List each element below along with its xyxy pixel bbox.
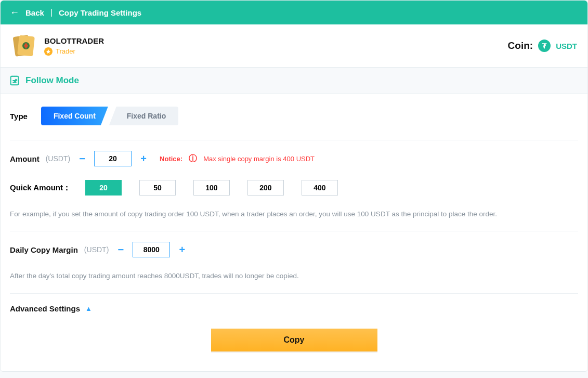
tab-fixed-count[interactable]: Fixed Count [41, 107, 108, 125]
amount-unit: (USDT) [46, 154, 70, 163]
coin-label: Coin: [508, 40, 533, 51]
amount-increment[interactable]: + [138, 153, 149, 164]
amount-decrement[interactable]: − [76, 153, 88, 164]
advanced-settings-label: Advanced Settings [10, 304, 80, 313]
topbar: ← Back | Copy Trading Settings [1, 1, 587, 24]
follow-mode-header: Follow Mode [1, 68, 587, 94]
quick-amount-label: Quick Amount： [10, 183, 71, 193]
quick-amount-row: Quick Amount： 20 50 100 200 400 [10, 180, 578, 195]
follow-mode-title: Follow Mode [25, 75, 79, 86]
quick-amount-100[interactable]: 100 [193, 180, 230, 195]
amount-label: Amount [10, 154, 40, 163]
trader-avatar [11, 33, 37, 59]
divider [10, 293, 578, 294]
daily-margin-row: Daily Copy Margin (USDT) − + [10, 242, 578, 257]
advanced-settings-toggle[interactable]: Advanced Settings ▲ [10, 304, 578, 313]
copy-button[interactable]: Copy [211, 329, 377, 351]
quick-amount-20[interactable]: 20 [85, 180, 122, 195]
back-button[interactable]: Back [25, 8, 44, 17]
daily-decrement[interactable]: − [115, 244, 126, 255]
caret-up-icon: ▲ [85, 305, 92, 312]
page-title: Copy Trading Settings [59, 8, 141, 17]
daily-margin-unit: (USDT) [84, 245, 109, 254]
amount-helper-text: For example, if you set the amount of co… [10, 209, 578, 219]
separator: | [50, 8, 53, 17]
star-icon [44, 47, 53, 56]
quick-amount-50[interactable]: 50 [139, 180, 176, 195]
divider [10, 140, 578, 140]
trader-role: Trader [56, 47, 75, 55]
coin-symbol: USDT [556, 42, 577, 50]
daily-increment[interactable]: + [176, 244, 188, 255]
daily-margin-label: Daily Copy Margin [10, 245, 78, 254]
amount-input[interactable] [94, 151, 132, 166]
daily-margin-input[interactable] [133, 242, 170, 257]
type-label: Type [10, 112, 28, 121]
daily-helper-text: After the day's total copy trading amoun… [10, 271, 578, 281]
trader-header: BOLOTTRADER Trader Coin: ₮ USDT [1, 24, 587, 68]
divider [10, 231, 578, 231]
coin-icon: ₮ [538, 40, 551, 52]
quick-amount-200[interactable]: 200 [247, 180, 284, 195]
notice-label: Notice: [160, 155, 182, 163]
alert-icon: ⓘ [189, 153, 197, 164]
back-arrow-icon[interactable]: ← [10, 7, 19, 18]
follow-mode-icon [9, 75, 20, 86]
amount-row: Amount (USDT) − + Notice: ⓘ Max single c… [10, 151, 578, 166]
notice-text: Max single copy margin is 400 USDT [203, 155, 315, 163]
quick-amount-400[interactable]: 400 [302, 180, 338, 195]
tab-fixed-ratio[interactable]: Fixed Ratio [109, 107, 178, 125]
trader-name: BOLOTTRADER [44, 36, 104, 45]
